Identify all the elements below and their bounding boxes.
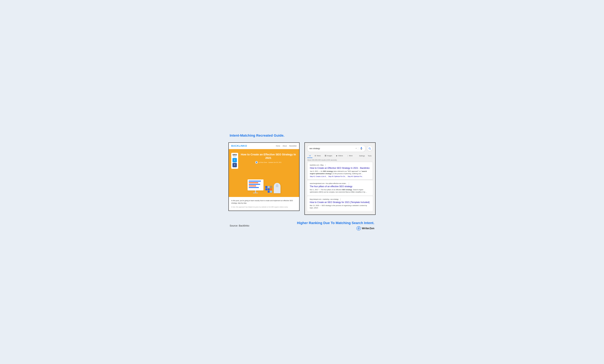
source-text: Source: Backlinko	[230, 224, 249, 227]
tab-more[interactable]: ⋮ More	[345, 154, 354, 158]
illustration-box	[241, 175, 287, 195]
result-url-row-1: backlinko.com › Blog ⋮	[310, 164, 370, 166]
tabs-row: All ⊞ News 🖼 Images ▶ Videos ⋮ More	[305, 153, 375, 158]
svg-rect-1	[361, 147, 362, 149]
right-caption: Higher Ranking Due To Matching Search In…	[297, 221, 374, 225]
tab-images-label: Images	[327, 155, 332, 157]
logo-accent: O	[245, 144, 247, 147]
backlinko-nav: BACKLINKO Home About Newsletter	[229, 143, 299, 149]
share-label: shares	[232, 156, 237, 157]
twitter-share-icon[interactable]: t	[232, 158, 237, 162]
share-count: 5850	[232, 154, 237, 156]
article-body: In this post, you're going to learn exac…	[229, 197, 299, 211]
screen	[248, 179, 264, 190]
hero-content: How to Create an Effective SEO Strategy …	[240, 153, 297, 165]
backlinko-logo: BACKLINKO	[231, 144, 247, 147]
more-dots-icon: ⋮	[347, 155, 349, 157]
videos-icon: ▶	[336, 155, 338, 157]
chess-knight	[274, 183, 280, 193]
hero-section: 5850 shares t f How to Create an Effecti…	[229, 149, 299, 174]
author-avatar: 👤	[255, 161, 258, 164]
result-url-1: backlinko.com › Blog	[310, 164, 324, 166]
author-text: by Brian Dean · Updated Jan 06, 2021	[259, 162, 281, 163]
result-card-3: blog.hubspot.com › marketing › seo-strat…	[307, 196, 373, 211]
nav-about[interactable]: About	[283, 145, 287, 147]
search-input-box: seo strategy ×	[307, 145, 365, 152]
result-dots-2[interactable]: ⋮	[348, 182, 350, 185]
svg-point-7	[358, 228, 359, 229]
search-btn-circle	[367, 146, 372, 151]
writerzen-icon	[356, 226, 361, 231]
tools-tab[interactable]: Tools	[367, 154, 373, 158]
search-query-text: seo strategy	[309, 147, 354, 150]
nav-newsletter[interactable]: Newsletter	[289, 145, 297, 147]
breadcrumb-links-1: Step #1: Create a List of... · Step #5: …	[310, 176, 370, 177]
left-heading: Intent-Matching Recreated Guide.	[228, 134, 284, 138]
close-search-icon[interactable]: ×	[355, 147, 357, 150]
result-url-row-2: searchengineland.com › four-pillars-effe…	[310, 182, 370, 185]
tab-videos-label: Videos	[338, 155, 343, 157]
tab-all-label: All	[309, 155, 311, 157]
search-bar-row: seo strategy ×	[305, 143, 375, 153]
panels-row: BACKLINKO Home About Newsletter 5850 sha…	[228, 142, 376, 215]
search-button[interactable]	[367, 145, 373, 151]
result-card-2: searchengineland.com › four-pillars-effe…	[307, 180, 373, 195]
result-url-3: blog.hubspot.com › marketing › seo-strat…	[310, 199, 339, 200]
result-snippet-2: Nov 1, 2017 — The four pillars of an eff…	[310, 188, 370, 193]
hero-illustration	[229, 174, 299, 197]
result-title-1[interactable]: How to Create an Effective SEO Strategy …	[310, 167, 370, 169]
breadcrumb-1c[interactable]: Step #6: Optimize For...	[348, 176, 363, 177]
result-snippet-3: Mar 13, 2020 — SEO strategy is the proce…	[310, 204, 370, 209]
results-list: backlinko.com › Blog ⋮ How to Create an …	[305, 162, 375, 214]
result-dots-3[interactable]: ⋮	[340, 198, 341, 201]
main-container: Intent-Matching Recreated Guide. BACKLIN…	[228, 134, 376, 231]
svg-line-5	[370, 149, 371, 150]
results-info: About 260,000,000 results (0.66 seconds)	[305, 158, 375, 162]
tab-news[interactable]: ⊞ News	[313, 154, 323, 158]
mic-icon[interactable]	[359, 147, 363, 151]
result-dots-1[interactable]: ⋮	[325, 164, 327, 166]
facebook-share-icon[interactable]: f	[232, 163, 237, 167]
right-panel: seo strategy ×	[304, 142, 376, 215]
logo-main: BACKLINK	[231, 144, 245, 147]
images-icon: 🖼	[325, 155, 326, 157]
result-url-2: searchengineland.com › four-pillars-effe…	[310, 183, 347, 184]
nav-links: Home About Newsletter	[276, 145, 297, 147]
tab-all[interactable]: All	[307, 154, 313, 158]
left-panel: BACKLINKO Home About Newsletter 5850 sha…	[228, 142, 300, 211]
tab-news-label: News	[317, 155, 321, 157]
result-title-3[interactable]: How to Create an SEO Strategy for 2021 […	[310, 201, 370, 204]
breadcrumb-1a[interactable]: Step #1: Create a List of...	[310, 176, 327, 177]
nav-home[interactable]: Home	[276, 145, 280, 147]
blocks-grid	[265, 186, 272, 193]
news-icon: ⊞	[315, 155, 316, 157]
writerzen-logo: WriterZen	[356, 226, 374, 231]
tab-videos[interactable]: ▶ Videos	[335, 154, 345, 158]
result-card-1: backlinko.com › Blog ⋮ How to Create an …	[307, 162, 373, 179]
bottom-right: Higher Ranking Due To Matching Search In…	[297, 221, 374, 231]
writerzen-name: WriterZen	[362, 227, 374, 230]
result-title-2[interactable]: The four pillars of an effective SEO str…	[310, 185, 370, 188]
result-snippet-1: Jan 6, 2021 — An SEO strategy (also refe…	[310, 170, 370, 175]
result-url-row-3: blog.hubspot.com › marketing › seo-strat…	[310, 198, 370, 201]
author-line: 👤 by Brian Dean · Updated Jan 06, 2021	[240, 161, 297, 164]
settings-tab[interactable]: Settings	[358, 154, 366, 158]
article-intro: In this post, you're going to learn exac…	[231, 200, 297, 205]
tab-more-label: More	[349, 155, 353, 157]
monitor-element	[248, 179, 264, 193]
bottom-row: Source: Backlinko Higher Ranking Due To …	[228, 221, 376, 231]
breadcrumb-1b[interactable]: Step #5: Optimize For On...	[328, 176, 346, 177]
article-secondary: In fact, this approach has helped me gro…	[231, 206, 297, 208]
hero-title: How to Create an Effective SEO Strategy …	[240, 153, 297, 160]
share-box: 5850 shares t f	[231, 153, 238, 169]
tab-images[interactable]: 🖼 Images	[323, 154, 334, 158]
